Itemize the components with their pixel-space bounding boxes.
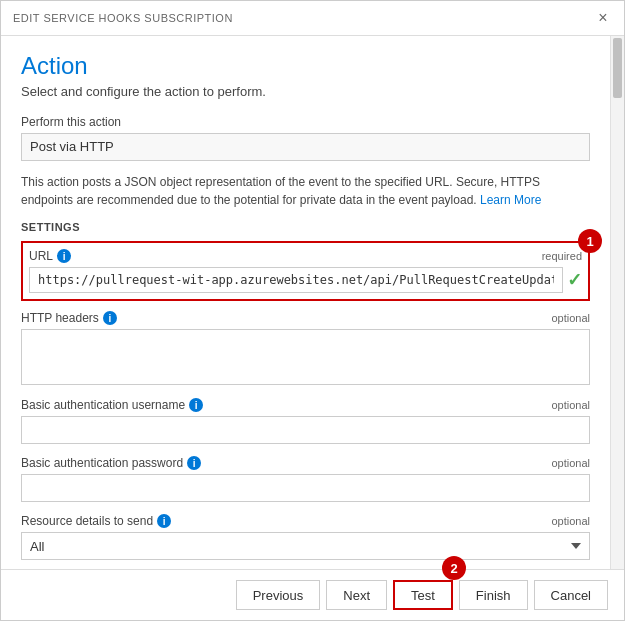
page-title: Action xyxy=(21,52,590,80)
url-section: 1 URL i required ✓ xyxy=(21,241,590,301)
url-input[interactable] xyxy=(29,267,563,293)
page-subtitle: Select and configure the action to perfo… xyxy=(21,84,590,99)
url-info-icon[interactable]: i xyxy=(57,249,71,263)
scrollbar[interactable] xyxy=(610,36,624,569)
perform-action-value: Post via HTTP xyxy=(21,133,590,161)
http-headers-optional: optional xyxy=(551,312,590,324)
url-label-row: URL i required xyxy=(29,249,582,263)
previous-button[interactable]: Previous xyxy=(236,580,321,610)
badge-1: 1 xyxy=(578,229,602,253)
resource-details-label: Resource details to send i xyxy=(21,514,171,528)
resource-details-select[interactable]: All Minimal None xyxy=(21,532,590,560)
basic-auth-password-info-icon[interactable]: i xyxy=(187,456,201,470)
next-button[interactable]: Next xyxy=(326,580,387,610)
basic-auth-username-label-row: Basic authentication username i optional xyxy=(21,398,590,412)
edit-service-hooks-dialog: EDIT SERVICE HOOKS SUBSCRIPTION × Action… xyxy=(0,0,625,621)
learn-more-link[interactable]: Learn More xyxy=(480,193,541,207)
dialog-titlebar: EDIT SERVICE HOOKS SUBSCRIPTION × xyxy=(1,1,624,36)
basic-auth-password-optional: optional xyxy=(551,457,590,469)
perform-action-group: Perform this action Post via HTTP xyxy=(21,115,590,161)
perform-action-label: Perform this action xyxy=(21,115,590,129)
basic-auth-password-group: Basic authentication password i optional xyxy=(21,456,590,502)
url-label: URL i xyxy=(29,249,71,263)
url-required-text: required xyxy=(542,250,582,262)
settings-header: SETTINGS xyxy=(21,221,590,233)
basic-auth-username-label: Basic authentication username i xyxy=(21,398,203,412)
badge-2: 2 xyxy=(442,556,466,580)
http-headers-info-icon[interactable]: i xyxy=(103,311,117,325)
basic-auth-password-input[interactable] xyxy=(21,474,590,502)
cancel-button[interactable]: Cancel xyxy=(534,580,608,610)
description-text: This action posts a JSON object represen… xyxy=(21,173,590,209)
basic-auth-username-optional: optional xyxy=(551,399,590,411)
url-input-row: ✓ xyxy=(29,267,582,293)
resource-details-group: Resource details to send i optional All … xyxy=(21,514,590,560)
check-icon: ✓ xyxy=(567,269,582,291)
dialog-footer: 2 Previous Next Test Finish Cancel xyxy=(1,569,624,620)
basic-auth-password-label-row: Basic authentication password i optional xyxy=(21,456,590,470)
close-icon[interactable]: × xyxy=(594,9,612,27)
basic-auth-password-label: Basic authentication password i xyxy=(21,456,201,470)
dialog-body: Action Select and configure the action t… xyxy=(1,36,624,569)
finish-button[interactable]: Finish xyxy=(459,580,528,610)
resource-details-optional: optional xyxy=(551,515,590,527)
dialog-content: Action Select and configure the action t… xyxy=(1,36,610,569)
basic-auth-username-input[interactable] xyxy=(21,416,590,444)
dialog-title: EDIT SERVICE HOOKS SUBSCRIPTION xyxy=(13,12,233,24)
http-headers-label-row: HTTP headers i optional xyxy=(21,311,590,325)
http-headers-input[interactable] xyxy=(21,329,590,385)
resource-details-label-row: Resource details to send i optional xyxy=(21,514,590,528)
basic-auth-username-info-icon[interactable]: i xyxy=(189,398,203,412)
resource-details-info-icon[interactable]: i xyxy=(157,514,171,528)
test-button[interactable]: Test xyxy=(393,580,453,610)
http-headers-label: HTTP headers i xyxy=(21,311,117,325)
http-headers-group: HTTP headers i optional xyxy=(21,311,590,388)
scrollbar-thumb[interactable] xyxy=(613,38,622,98)
basic-auth-username-group: Basic authentication username i optional xyxy=(21,398,590,444)
